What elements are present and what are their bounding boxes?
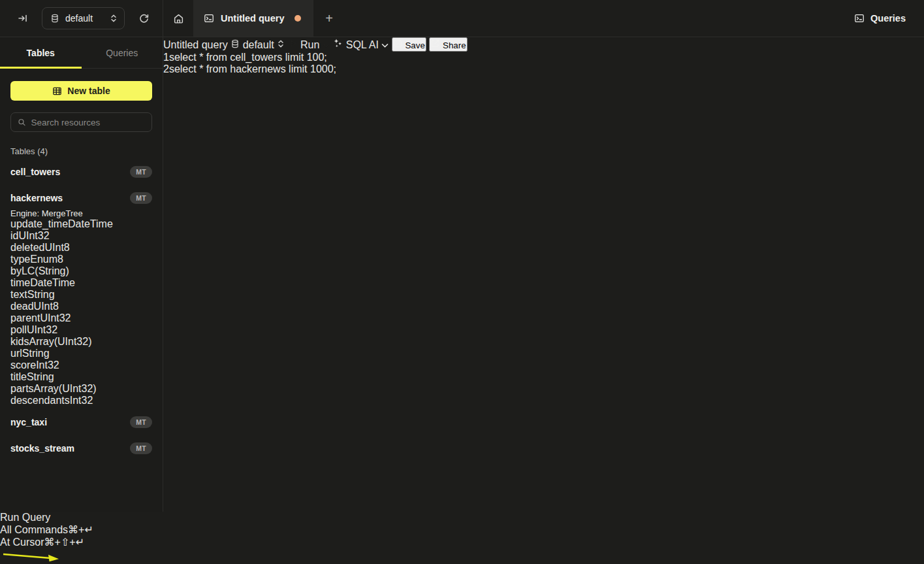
column-type: DateTime (30, 277, 75, 288)
top-bar: default Untitled query + Queries (0, 0, 924, 37)
new-table-button[interactable]: New table (10, 81, 152, 101)
shortcut-keys: ⌘+↵ (68, 524, 93, 535)
run-menu-item[interactable]: All Commands⌘+↵ (0, 523, 924, 536)
annotation-arrow (0, 548, 63, 564)
table-name: stocks_stream (10, 443, 74, 454)
column-name: update_time (10, 218, 68, 229)
column-name: url (10, 348, 22, 359)
shortcut-keys: ⌘+⇧+↵ (44, 537, 85, 548)
column-type: LC(String) (22, 265, 69, 276)
column-name: id (10, 230, 18, 241)
run-button[interactable]: Run (288, 39, 323, 50)
column-row: descendantsInt32 (10, 395, 152, 406)
sql-editor[interactable]: 1select * from cell_towers limit 100;2se… (163, 52, 468, 75)
refresh-icon[interactable] (134, 8, 153, 28)
save-label: Save (405, 41, 424, 50)
table-icon (52, 86, 62, 96)
table-engine-label: Engine: MergeTree (10, 208, 152, 218)
table-item[interactable]: cell_towersMT (10, 161, 152, 182)
topbar-database-selector[interactable]: default (42, 7, 125, 29)
queries-button[interactable]: Queries (846, 0, 924, 37)
column-row: kidsArray(UInt32) (10, 336, 152, 348)
run-menu-item[interactable]: At Cursor⌘+⇧+↵ (0, 536, 924, 548)
column-row: update_timeDateTime (10, 218, 152, 230)
unsaved-changes-dot (295, 15, 301, 22)
home-button[interactable] (163, 0, 193, 37)
database-icon (231, 39, 240, 48)
table-engine-badge: MT (130, 166, 152, 178)
share-button[interactable]: Share (429, 37, 467, 52)
chevron-down-icon (323, 43, 330, 48)
code-token: from (206, 63, 230, 75)
table-item[interactable]: hackernewsMT (10, 188, 152, 208)
column-name: type (10, 254, 30, 265)
column-row: deadUInt8 (10, 301, 152, 312)
terminal-icon (204, 13, 214, 24)
code-token: cell_towers (230, 52, 285, 63)
column-type: String (22, 348, 50, 359)
code-text: select * from cell_towers limit 100; (169, 52, 327, 63)
column-row: scoreInt32 (10, 359, 152, 371)
run-button-group: Run (288, 39, 333, 50)
run-label: Run (300, 39, 319, 50)
terminal-icon (854, 13, 865, 24)
key-glyph: ↵ (84, 524, 93, 535)
new-tab-button[interactable]: + (313, 0, 345, 37)
sidebar-content: New table Tables (4) cell_towersMThacker… (0, 69, 163, 469)
share-icon (430, 39, 440, 48)
sidebar-tabs: Tables Queries (0, 37, 163, 69)
column-name: parent (10, 312, 40, 323)
tab-untitled-query[interactable]: Untitled query (193, 0, 313, 37)
key-glyph: ↵ (76, 537, 84, 548)
home-icon (173, 13, 184, 24)
sql-ai-button-group: SQL AI (332, 39, 391, 50)
column-row: idUInt32 (10, 230, 152, 242)
page-title: Untitled query (163, 39, 228, 50)
plus-separator: + (69, 537, 75, 548)
chevron-updown-icon (277, 39, 285, 48)
tab-queries[interactable]: Queries (82, 37, 163, 68)
column-row: textString (10, 289, 152, 301)
column-row: byLC(String) (10, 265, 152, 277)
collapse-sidebar-icon[interactable] (13, 8, 33, 28)
code-token: 1000 (310, 63, 334, 75)
table-engine-badge: MT (130, 416, 152, 428)
code-token: select (169, 63, 199, 75)
column-name: by (10, 265, 22, 276)
code-token: limit (289, 63, 310, 75)
query-header: Untitled query default Run (163, 37, 468, 52)
code-line: 1select * from cell_towers limit 100; (163, 52, 468, 63)
line-number: 2 (163, 63, 169, 75)
search-input[interactable] (31, 118, 145, 127)
sql-ai-caret[interactable] (381, 39, 391, 50)
main-panel: Untitled query default Run (163, 37, 468, 512)
table-item[interactable]: stocks_streamMT (10, 438, 152, 459)
column-name: title (10, 371, 27, 382)
column-name: deleted (10, 242, 45, 253)
column-type: Array(UInt32) (34, 383, 97, 394)
code-token: ; (324, 52, 327, 63)
table-engine-badge: MT (130, 192, 152, 204)
column-row: timeDateTime (10, 277, 152, 289)
run-options-caret[interactable] (323, 39, 332, 50)
tab-tables[interactable]: Tables (0, 37, 82, 68)
new-table-label: New table (67, 86, 110, 96)
save-icon (393, 39, 403, 48)
tables-section-title: Tables (4) (10, 146, 152, 156)
sql-ai-button[interactable]: SQL AI (332, 39, 381, 50)
key-glyph: ⌘ (68, 524, 78, 535)
column-row: pollUInt32 (10, 324, 152, 336)
table-name: cell_towers (10, 167, 60, 177)
table-item[interactable]: nyc_taxiMT (10, 412, 152, 433)
save-button[interactable]: Save (392, 37, 426, 52)
sql-ai-label: SQL AI (346, 39, 379, 50)
topbar-database-value: default (65, 13, 93, 24)
column-name: descendants (10, 395, 70, 406)
code-token: ; (334, 63, 336, 75)
line-number: 1 (163, 52, 169, 63)
column-row: typeEnum8 (10, 254, 152, 265)
sparkles-icon (332, 38, 343, 48)
header-database-selector[interactable]: default (231, 39, 287, 50)
sidebar: Tables Queries New table Tables (4) cell… (0, 37, 163, 512)
code-token: * (199, 63, 206, 75)
